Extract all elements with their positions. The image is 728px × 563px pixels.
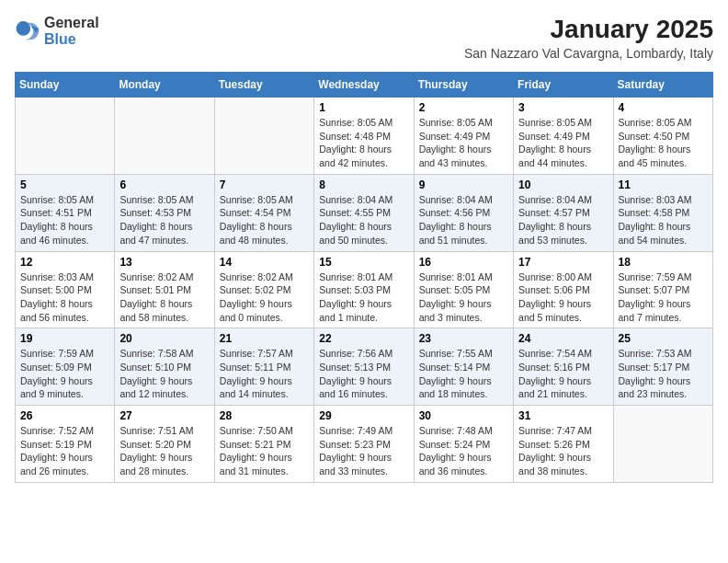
day-number-18: 18 <box>619 256 708 269</box>
day-info-4: Sunrise: 8:05 AM Sunset: 4:50 PM Dayligh… <box>619 116 708 170</box>
day-number-1: 1 <box>319 101 408 114</box>
day-number-4: 4 <box>619 101 708 114</box>
day-info-10: Sunrise: 8:04 AM Sunset: 4:57 PM Dayligh… <box>518 193 608 247</box>
month-title: January 2025 <box>464 15 713 44</box>
day-info-29: Sunrise: 7:49 AM Sunset: 5:23 PM Dayligh… <box>319 424 408 478</box>
calendar-cell-w5-d4: 30Sunrise: 7:48 AM Sunset: 5:24 PM Dayli… <box>414 406 513 483</box>
calendar-cell-w2-d1: 6Sunrise: 8:05 AM Sunset: 4:53 PM Daylig… <box>115 174 214 251</box>
calendar-cell-w3-d0: 12Sunrise: 8:03 AM Sunset: 5:00 PM Dayli… <box>16 251 115 328</box>
day-info-20: Sunrise: 7:58 AM Sunset: 5:10 PM Dayligh… <box>119 347 209 401</box>
calendar-cell-w1-d4: 2Sunrise: 8:05 AM Sunset: 4:49 PM Daylig… <box>414 98 513 175</box>
calendar-cell-w3-d1: 13Sunrise: 8:02 AM Sunset: 5:01 PM Dayli… <box>115 251 214 328</box>
calendar-body: 1Sunrise: 8:05 AM Sunset: 4:48 PM Daylig… <box>16 98 713 483</box>
day-info-25: Sunrise: 7:53 AM Sunset: 5:17 PM Dayligh… <box>619 347 708 401</box>
calendar-cell-w4-d0: 19Sunrise: 7:59 AM Sunset: 5:09 PM Dayli… <box>16 328 115 406</box>
logo-blue: Blue <box>44 31 99 48</box>
day-number-13: 13 <box>119 256 209 269</box>
calendar-cell-w5-d5: 31Sunrise: 7:47 AM Sunset: 5:26 PM Dayli… <box>514 406 613 483</box>
page-header: General Blue January 2025 San Nazzaro Va… <box>15 15 713 61</box>
day-info-16: Sunrise: 8:01 AM Sunset: 5:05 PM Dayligh… <box>419 270 508 325</box>
day-number-26: 26 <box>20 409 109 422</box>
calendar-cell-w4-d2: 21Sunrise: 7:57 AM Sunset: 5:11 PM Dayli… <box>214 328 313 406</box>
day-number-9: 9 <box>419 178 508 191</box>
calendar-cell-w2-d2: 7Sunrise: 8:05 AM Sunset: 4:54 PM Daylig… <box>214 174 313 251</box>
col-friday: Friday <box>514 73 613 98</box>
calendar-cell-w3-d6: 18Sunrise: 7:59 AM Sunset: 5:07 PM Dayli… <box>613 251 712 328</box>
col-thursday: Thursday <box>414 73 513 98</box>
day-info-9: Sunrise: 8:04 AM Sunset: 4:56 PM Dayligh… <box>419 193 508 247</box>
calendar-cell-w5-d3: 29Sunrise: 7:49 AM Sunset: 5:23 PM Dayli… <box>314 406 414 483</box>
col-monday: Monday <box>115 73 214 98</box>
col-saturday: Saturday <box>613 73 712 98</box>
day-info-24: Sunrise: 7:54 AM Sunset: 5:16 PM Dayligh… <box>518 347 608 401</box>
calendar-row-5: 26Sunrise: 7:52 AM Sunset: 5:19 PM Dayli… <box>16 406 713 483</box>
calendar-cell-w2-d4: 9Sunrise: 8:04 AM Sunset: 4:56 PM Daylig… <box>414 174 513 251</box>
day-number-24: 24 <box>518 332 608 345</box>
day-number-6: 6 <box>119 178 209 191</box>
calendar-cell-w3-d5: 17Sunrise: 8:00 AM Sunset: 5:06 PM Dayli… <box>514 251 613 328</box>
day-info-1: Sunrise: 8:05 AM Sunset: 4:48 PM Dayligh… <box>319 116 408 170</box>
calendar-cell-w1-d6: 4Sunrise: 8:05 AM Sunset: 4:50 PM Daylig… <box>613 98 712 175</box>
day-info-27: Sunrise: 7:51 AM Sunset: 5:20 PM Dayligh… <box>119 424 209 478</box>
day-info-28: Sunrise: 7:50 AM Sunset: 5:21 PM Dayligh… <box>220 424 309 478</box>
day-number-20: 20 <box>119 332 209 345</box>
day-number-2: 2 <box>419 101 508 114</box>
title-area: January 2025 San Nazzaro Val Cavargna, L… <box>464 15 713 61</box>
day-info-31: Sunrise: 7:47 AM Sunset: 5:26 PM Dayligh… <box>518 424 608 478</box>
day-info-12: Sunrise: 8:03 AM Sunset: 5:00 PM Dayligh… <box>20 270 109 325</box>
calendar-row-2: 5Sunrise: 8:05 AM Sunset: 4:51 PM Daylig… <box>16 174 713 251</box>
calendar-cell-w5-d6 <box>613 406 712 483</box>
location-subtitle: San Nazzaro Val Cavargna, Lombardy, Ital… <box>464 46 713 61</box>
day-info-8: Sunrise: 8:04 AM Sunset: 4:55 PM Dayligh… <box>319 193 408 247</box>
day-info-13: Sunrise: 8:02 AM Sunset: 5:01 PM Dayligh… <box>119 270 209 325</box>
col-sunday: Sunday <box>16 73 115 98</box>
day-info-15: Sunrise: 8:01 AM Sunset: 5:03 PM Dayligh… <box>319 270 408 325</box>
day-number-30: 30 <box>419 409 508 422</box>
day-info-18: Sunrise: 7:59 AM Sunset: 5:07 PM Dayligh… <box>619 270 708 325</box>
day-number-8: 8 <box>319 178 408 191</box>
day-number-10: 10 <box>518 178 608 191</box>
calendar-cell-w4-d4: 23Sunrise: 7:55 AM Sunset: 5:14 PM Dayli… <box>414 328 513 406</box>
calendar-row-1: 1Sunrise: 8:05 AM Sunset: 4:48 PM Daylig… <box>16 98 713 175</box>
day-number-12: 12 <box>20 256 109 269</box>
calendar-cell-w1-d2 <box>214 98 313 175</box>
calendar-cell-w2-d3: 8Sunrise: 8:04 AM Sunset: 4:55 PM Daylig… <box>314 174 414 251</box>
calendar-cell-w1-d1 <box>115 98 214 175</box>
col-wednesday: Wednesday <box>314 73 414 98</box>
calendar-row-4: 19Sunrise: 7:59 AM Sunset: 5:09 PM Dayli… <box>16 328 713 406</box>
day-info-21: Sunrise: 7:57 AM Sunset: 5:11 PM Dayligh… <box>220 347 309 401</box>
day-info-14: Sunrise: 8:02 AM Sunset: 5:02 PM Dayligh… <box>220 270 309 325</box>
day-info-22: Sunrise: 7:56 AM Sunset: 5:13 PM Dayligh… <box>319 347 408 401</box>
calendar-cell-w4-d1: 20Sunrise: 7:58 AM Sunset: 5:10 PM Dayli… <box>115 328 214 406</box>
calendar-cell-w1-d3: 1Sunrise: 8:05 AM Sunset: 4:48 PM Daylig… <box>314 98 414 175</box>
calendar-cell-w5-d2: 28Sunrise: 7:50 AM Sunset: 5:21 PM Dayli… <box>214 406 313 483</box>
day-info-7: Sunrise: 8:05 AM Sunset: 4:54 PM Dayligh… <box>220 193 309 247</box>
day-number-11: 11 <box>619 178 708 191</box>
day-number-15: 15 <box>319 256 408 269</box>
day-number-29: 29 <box>319 409 408 422</box>
calendar-cell-w5-d1: 27Sunrise: 7:51 AM Sunset: 5:20 PM Dayli… <box>115 406 214 483</box>
calendar-cell-w3-d2: 14Sunrise: 8:02 AM Sunset: 5:02 PM Dayli… <box>214 251 313 328</box>
logo-icon <box>15 18 40 44</box>
day-number-23: 23 <box>419 332 508 345</box>
col-tuesday: Tuesday <box>214 73 313 98</box>
day-info-3: Sunrise: 8:05 AM Sunset: 4:49 PM Dayligh… <box>518 116 608 170</box>
calendar-cell-w2-d5: 10Sunrise: 8:04 AM Sunset: 4:57 PM Dayli… <box>514 174 613 251</box>
day-number-5: 5 <box>20 178 109 191</box>
day-info-17: Sunrise: 8:00 AM Sunset: 5:06 PM Dayligh… <box>518 270 608 325</box>
header-row: Sunday Monday Tuesday Wednesday Thursday… <box>16 73 713 98</box>
day-number-27: 27 <box>119 409 209 422</box>
calendar-cell-w3-d3: 15Sunrise: 8:01 AM Sunset: 5:03 PM Dayli… <box>314 251 414 328</box>
calendar-cell-w4-d5: 24Sunrise: 7:54 AM Sunset: 5:16 PM Dayli… <box>514 328 613 406</box>
day-number-3: 3 <box>518 101 608 114</box>
logo-text: General Blue <box>44 15 99 47</box>
day-info-19: Sunrise: 7:59 AM Sunset: 5:09 PM Dayligh… <box>20 347 109 401</box>
day-number-21: 21 <box>220 332 309 345</box>
day-number-25: 25 <box>619 332 708 345</box>
calendar-cell-w3-d4: 16Sunrise: 8:01 AM Sunset: 5:05 PM Dayli… <box>414 251 513 328</box>
calendar-row-3: 12Sunrise: 8:03 AM Sunset: 5:00 PM Dayli… <box>16 251 713 328</box>
day-info-30: Sunrise: 7:48 AM Sunset: 5:24 PM Dayligh… <box>419 424 508 478</box>
calendar-cell-w2-d6: 11Sunrise: 8:03 AM Sunset: 4:58 PM Dayli… <box>613 174 712 251</box>
calendar-table: Sunday Monday Tuesday Wednesday Thursday… <box>15 72 713 483</box>
day-info-6: Sunrise: 8:05 AM Sunset: 4:53 PM Dayligh… <box>119 193 209 247</box>
